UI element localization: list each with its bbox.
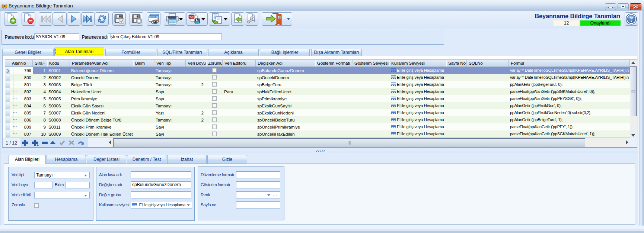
svg-text:PDF: PDF: [189, 15, 195, 19]
